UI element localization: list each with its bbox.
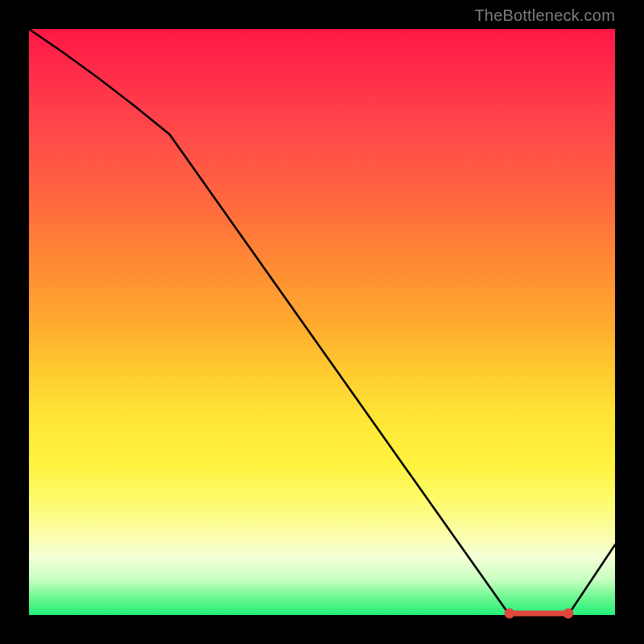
- curve-svg: [29, 29, 615, 615]
- chart-frame: TheBottleneck.com: [0, 0, 644, 644]
- attribution-text: TheBottleneck.com: [474, 6, 615, 25]
- plot-area: [29, 29, 615, 615]
- marker-end: [564, 609, 573, 618]
- marker-group: [505, 609, 573, 618]
- bottleneck-curve: [29, 29, 615, 615]
